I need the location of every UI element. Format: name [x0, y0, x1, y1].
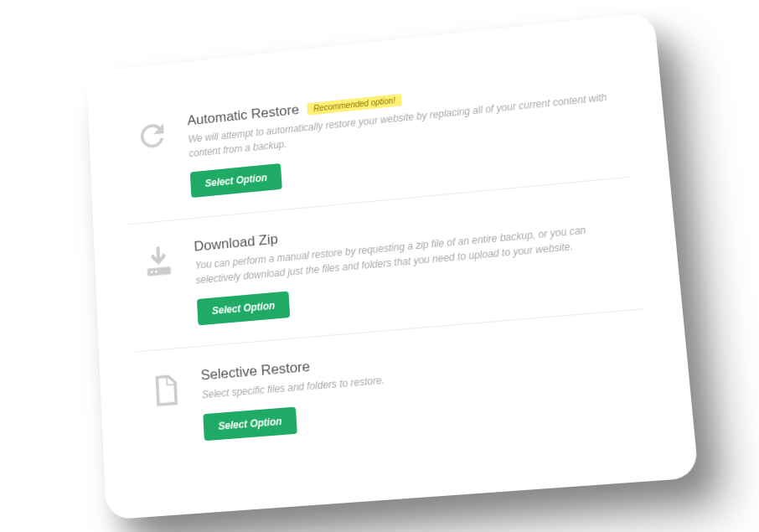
select-option-button[interactable]: Select Option	[203, 406, 297, 441]
icon-column	[130, 240, 188, 285]
option-content: Selective Restore Select specific files …	[193, 330, 653, 441]
refresh-icon	[134, 116, 171, 158]
select-option-button[interactable]: Select Option	[197, 291, 291, 325]
select-option-button[interactable]: Select Option	[190, 163, 282, 197]
option-content: Download Zip You can perform a manual re…	[186, 198, 642, 326]
file-icon	[147, 370, 184, 413]
icon-column	[136, 368, 194, 414]
restore-options-card: Automatic Restore Recommended option! We…	[86, 12, 699, 519]
svg-rect-0	[147, 266, 171, 276]
download-icon	[140, 242, 177, 284]
option-content: Automatic Restore Recommended option! We…	[179, 68, 629, 198]
icon-column	[124, 114, 181, 159]
